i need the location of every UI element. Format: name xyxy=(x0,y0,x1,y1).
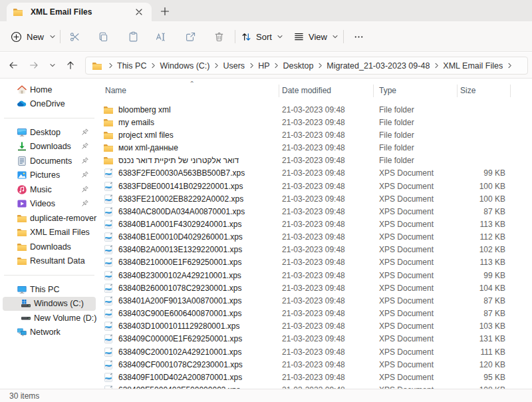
file-row[interactable]: 63840B1A0001F43029240001.xps21-03-2023 0… xyxy=(98,218,532,230)
breadcrumb-item[interactable]: HP xyxy=(258,61,269,71)
breadcrumb-chevron-icon[interactable] xyxy=(317,62,324,69)
close-icon[interactable] xyxy=(132,5,146,19)
file-row[interactable]: bloomberg xml21-03-2023 09:48File folder xyxy=(98,103,532,116)
forward-arrow-icon xyxy=(29,60,39,71)
sidebar-item-new-volume-d[interactable]: New Volume (D:) xyxy=(3,311,96,325)
file-row[interactable]: 638409CF0001078C29230001.xps21-03-2023 0… xyxy=(98,358,532,371)
sidebar-item-pictures[interactable]: Pictures xyxy=(3,168,96,183)
sidebar-item-music[interactable]: Music xyxy=(3,182,96,197)
sidebar-item-onedrive[interactable]: OneDrive xyxy=(3,97,96,112)
file-row[interactable]: 63840B210000E1F629250001.xps21-03-2023 0… xyxy=(98,256,532,269)
rename-icon xyxy=(155,31,166,43)
desktop-icon xyxy=(17,127,27,138)
sidebar-item-network[interactable]: Network xyxy=(3,325,96,340)
file-row[interactable]: 638403D10001011129280001.xps21-03-2023 0… xyxy=(98,320,532,333)
file-row[interactable]: דואר אלקטרוני של תיקיית דואר נכנס21-03-2… xyxy=(98,154,532,167)
breadcrumb-item[interactable]: Migrated_21-03-2023 09-48 xyxy=(327,61,430,71)
tab-xml-email-files[interactable]: XML Email Files xyxy=(7,3,152,21)
file-row[interactable]: 63840B1E00010D4029260001.xps21-03-2023 0… xyxy=(98,231,532,244)
file-row[interactable]: 638409C2000102A429210001.xps21-03-2023 0… xyxy=(98,345,532,358)
file-row[interactable]: 638401A200F9013A00870001.xps21-03-2023 0… xyxy=(98,294,532,307)
sidebar-item-label: Desktop xyxy=(30,128,61,137)
share-button[interactable] xyxy=(178,21,203,52)
pin-icon xyxy=(80,142,89,151)
column-separator[interactable] xyxy=(510,85,511,97)
file-date-modified: 21-03-2023 09:48 xyxy=(282,180,372,192)
breadcrumb-chevron-icon[interactable] xyxy=(433,62,440,69)
column-header-date-modified[interactable]: Date modified xyxy=(282,86,331,95)
back-button[interactable] xyxy=(5,57,22,74)
file-size: 87 KB xyxy=(431,307,505,320)
new-tab-button[interactable] xyxy=(157,4,173,19)
file-row[interactable]: 638403C900E6006400870001.xps21-03-2023 0… xyxy=(98,307,532,320)
file-row[interactable]: 638409F100D402A200870001.xps21-03-2023 0… xyxy=(98,371,532,383)
sidebar-item-videos[interactable]: Videos xyxy=(3,197,96,212)
sidebar-item-desktop[interactable]: Desktop xyxy=(3,125,96,140)
file-row[interactable]: project xml files21-03-2023 09:48File fo… xyxy=(98,128,532,141)
delete-button[interactable] xyxy=(206,21,231,52)
view-button[interactable]: View xyxy=(293,21,339,52)
cut-button[interactable] xyxy=(62,21,87,52)
breadcrumb-item[interactable]: Users xyxy=(223,61,245,71)
breadcrumb-chevron-icon[interactable] xyxy=(107,62,114,69)
rename-button[interactable] xyxy=(148,21,173,52)
sidebar-item-label: Downloads xyxy=(30,142,71,151)
column-separator[interactable] xyxy=(279,85,279,97)
sidebar-item-duplicate-remover[interactable]: duplicate-remover xyxy=(3,211,96,226)
see-more-button[interactable] xyxy=(348,21,368,52)
file-row[interactable]: 63840AC800DA034A00870001.xps21-03-2023 0… xyxy=(98,205,532,218)
column-header-size[interactable]: Size xyxy=(460,86,475,95)
file-row[interactable]: мои xml-данные21-03-2023 09:48File folde… xyxy=(98,141,532,154)
folder-icon xyxy=(17,213,27,224)
forward-button[interactable] xyxy=(25,57,43,74)
file-name: 638409C00000E1F629250001.xps xyxy=(118,334,242,343)
sidebar-item-downloads[interactable]: Downloads xyxy=(3,240,96,254)
column-separator[interactable] xyxy=(373,85,374,97)
sort-button[interactable]: Sort xyxy=(241,21,284,52)
file-row[interactable]: 63840B23000102A429210001.xps21-03-2023 0… xyxy=(98,269,532,282)
up-button[interactable] xyxy=(62,57,79,74)
breadcrumb-item[interactable]: Desktop xyxy=(283,61,314,71)
paste-button[interactable] xyxy=(120,21,146,52)
file-row[interactable]: 6383FE210002EB82292A0002.xps21-03-2023 0… xyxy=(98,192,532,205)
file-row[interactable]: 63840B260001078C29230001.xps21-03-2023 0… xyxy=(98,282,532,294)
file-row[interactable]: 638409C00000E1F629250001.xps21-03-2023 0… xyxy=(98,333,532,345)
breadcrumb-chevron-icon[interactable] xyxy=(506,62,513,69)
sidebar-item-this-pc[interactable]: This PC xyxy=(3,282,96,297)
address-bar-row: This PCWindows (C:)UsersHPDesktopMigrate… xyxy=(0,53,532,79)
file-size xyxy=(431,154,505,167)
file-row[interactable]: 6383F2FE00030A563BB500B7.xps21-03-2023 0… xyxy=(98,167,532,180)
file-name: bloomberg xml xyxy=(118,105,171,114)
back-arrow-icon xyxy=(8,60,19,71)
sidebar-item-xml-email-files[interactable]: XML Email Files xyxy=(3,226,96,240)
file-name: 63840B210000E1F629250001.xps xyxy=(118,258,242,267)
sidebar-item-windows-c[interactable]: Windows (C:) xyxy=(3,297,96,311)
breadcrumb-chevron-icon[interactable] xyxy=(248,62,255,69)
recent-locations-button[interactable] xyxy=(44,57,61,74)
file-date-modified: 21-03-2023 09:48 xyxy=(282,128,372,141)
folder-icon xyxy=(103,155,114,166)
column-header-name[interactable]: Name xyxy=(105,86,126,95)
sidebar-separator xyxy=(4,118,94,118)
sidebar-item-resultant-data[interactable]: Resultant Data xyxy=(3,254,96,269)
copy-button[interactable] xyxy=(90,21,116,52)
sidebar-item-downloads[interactable]: Downloads xyxy=(3,140,96,154)
breadcrumb-chevron-icon[interactable] xyxy=(150,62,157,69)
column-separator[interactable] xyxy=(457,85,458,97)
address-bar[interactable]: This PCWindows (C:)UsersHPDesktopMigrate… xyxy=(85,57,528,75)
sidebar-item-home[interactable]: Home xyxy=(3,83,96,97)
breadcrumb-item[interactable]: XML Email Files xyxy=(443,61,503,71)
breadcrumb-chevron-icon[interactable] xyxy=(213,62,220,69)
breadcrumb-item[interactable]: Windows (C:) xyxy=(160,61,209,71)
file-row[interactable]: 638409F5000402F500000003.xps21-03-2023 0… xyxy=(98,383,532,389)
file-row[interactable]: 6383FD8E000141B029220001.xps21-03-2023 0… xyxy=(98,180,532,192)
new-button[interactable]: New xyxy=(7,21,61,52)
column-header-type[interactable]: Type xyxy=(379,86,396,95)
file-name-cell: 63840B2A00013E1329220001.xps xyxy=(103,244,276,256)
breadcrumb-item[interactable]: This PC xyxy=(117,61,146,71)
file-row[interactable]: 63840B2A00013E1329220001.xps21-03-2023 0… xyxy=(98,244,532,256)
breadcrumb-chevron-icon[interactable] xyxy=(273,62,280,69)
file-date-modified: 21-03-2023 09:48 xyxy=(282,320,372,333)
file-row[interactable]: my emails21-03-2023 09:48File folder xyxy=(98,116,532,128)
sidebar-item-documents[interactable]: Documents xyxy=(3,154,96,168)
